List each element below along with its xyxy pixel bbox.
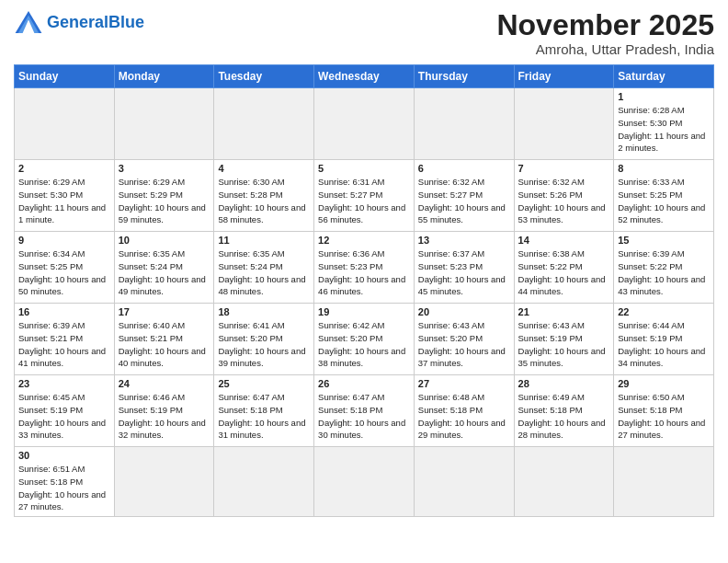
day-cell: 11Sunrise: 6:35 AM Sunset: 5:24 PM Dayli… [214, 232, 314, 304]
day-info: Sunrise: 6:28 AM Sunset: 5:30 PM Dayligh… [618, 104, 710, 155]
day-number: 12 [318, 235, 410, 246]
day-info: Sunrise: 6:39 AM Sunset: 5:22 PM Dayligh… [618, 247, 710, 298]
day-info: Sunrise: 6:48 AM Sunset: 5:18 PM Dayligh… [418, 391, 510, 442]
day-cell: 12Sunrise: 6:36 AM Sunset: 5:23 PM Dayli… [314, 232, 415, 304]
header-cell-tuesday: Tuesday [214, 65, 314, 88]
day-number: 10 [119, 235, 210, 246]
day-info: Sunrise: 6:45 AM Sunset: 5:19 PM Dayligh… [18, 391, 110, 442]
day-cell [114, 447, 214, 517]
week-row-6: 30Sunrise: 6:51 AM Sunset: 5:18 PM Dayli… [15, 447, 714, 517]
day-info: Sunrise: 6:42 AM Sunset: 5:20 PM Dayligh… [318, 319, 410, 370]
week-row-3: 9Sunrise: 6:34 AM Sunset: 5:25 PM Daylig… [15, 232, 714, 304]
day-number: 24 [119, 378, 210, 389]
day-cell: 13Sunrise: 6:37 AM Sunset: 5:23 PM Dayli… [414, 232, 514, 304]
day-info: Sunrise: 6:47 AM Sunset: 5:18 PM Dayligh… [218, 391, 310, 442]
week-row-5: 23Sunrise: 6:45 AM Sunset: 5:19 PM Dayli… [15, 375, 714, 447]
day-cell: 10Sunrise: 6:35 AM Sunset: 5:24 PM Dayli… [114, 232, 214, 304]
day-cell: 25Sunrise: 6:47 AM Sunset: 5:18 PM Dayli… [214, 375, 314, 447]
day-cell: 9Sunrise: 6:34 AM Sunset: 5:25 PM Daylig… [15, 232, 115, 304]
day-cell [514, 88, 614, 160]
day-cell: 2Sunrise: 6:29 AM Sunset: 5:30 PM Daylig… [15, 160, 115, 232]
day-number: 29 [618, 378, 710, 389]
day-cell: 30Sunrise: 6:51 AM Sunset: 5:18 PM Dayli… [15, 447, 115, 517]
day-number: 17 [119, 306, 210, 317]
week-row-4: 16Sunrise: 6:39 AM Sunset: 5:21 PM Dayli… [15, 304, 714, 375]
day-info: Sunrise: 6:32 AM Sunset: 5:26 PM Dayligh… [518, 176, 610, 226]
day-cell: 5Sunrise: 6:31 AM Sunset: 5:27 PM Daylig… [314, 160, 415, 232]
day-cell: 27Sunrise: 6:48 AM Sunset: 5:18 PM Dayli… [414, 375, 514, 447]
day-info: Sunrise: 6:47 AM Sunset: 5:18 PM Dayligh… [318, 391, 410, 442]
day-cell [614, 447, 714, 517]
day-number: 9 [18, 235, 110, 246]
calendar-table: SundayMondayTuesdayWednesdayThursdayFrid… [14, 64, 714, 517]
header-cell-friday: Friday [514, 65, 614, 88]
title-area: November 2025 Amroha, Uttar Pradesh, Ind… [496, 9, 714, 57]
day-info: Sunrise: 6:51 AM Sunset: 5:18 PM Dayligh… [18, 463, 110, 513]
subtitle: Amroha, Uttar Pradesh, India [496, 41, 714, 57]
day-cell [114, 88, 214, 160]
day-info: Sunrise: 6:38 AM Sunset: 5:22 PM Dayligh… [518, 247, 610, 298]
day-cell: 8Sunrise: 6:33 AM Sunset: 5:25 PM Daylig… [614, 160, 714, 232]
day-cell: 19Sunrise: 6:42 AM Sunset: 5:20 PM Dayli… [314, 304, 415, 375]
day-info: Sunrise: 6:40 AM Sunset: 5:21 PM Dayligh… [119, 319, 210, 370]
day-number: 2 [18, 163, 110, 174]
day-cell: 21Sunrise: 6:43 AM Sunset: 5:19 PM Dayli… [514, 304, 614, 375]
day-info: Sunrise: 6:33 AM Sunset: 5:25 PM Dayligh… [618, 176, 710, 226]
day-info: Sunrise: 6:43 AM Sunset: 5:19 PM Dayligh… [518, 319, 610, 370]
day-cell: 17Sunrise: 6:40 AM Sunset: 5:21 PM Dayli… [114, 304, 214, 375]
day-cell: 3Sunrise: 6:29 AM Sunset: 5:29 PM Daylig… [114, 160, 214, 232]
week-row-2: 2Sunrise: 6:29 AM Sunset: 5:30 PM Daylig… [15, 160, 714, 232]
day-number: 23 [18, 378, 110, 389]
day-cell: 18Sunrise: 6:41 AM Sunset: 5:20 PM Dayli… [214, 304, 314, 375]
day-cell [214, 447, 314, 517]
day-info: Sunrise: 6:43 AM Sunset: 5:20 PM Dayligh… [418, 319, 510, 370]
day-number: 30 [18, 450, 110, 461]
day-info: Sunrise: 6:35 AM Sunset: 5:24 PM Dayligh… [119, 247, 210, 298]
day-number: 15 [618, 235, 710, 246]
day-number: 5 [318, 163, 410, 174]
day-cell: 29Sunrise: 6:50 AM Sunset: 5:18 PM Dayli… [614, 375, 714, 447]
day-number: 28 [518, 378, 610, 389]
day-cell [314, 447, 415, 517]
header-cell-thursday: Thursday [414, 65, 514, 88]
day-number: 22 [618, 306, 710, 317]
day-cell: 7Sunrise: 6:32 AM Sunset: 5:26 PM Daylig… [514, 160, 614, 232]
day-cell [414, 88, 514, 160]
day-cell: 14Sunrise: 6:38 AM Sunset: 5:22 PM Dayli… [514, 232, 614, 304]
day-cell: 15Sunrise: 6:39 AM Sunset: 5:22 PM Dayli… [614, 232, 714, 304]
day-info: Sunrise: 6:35 AM Sunset: 5:24 PM Dayligh… [218, 247, 310, 298]
day-number: 11 [218, 235, 310, 246]
day-number: 21 [518, 306, 610, 317]
day-info: Sunrise: 6:39 AM Sunset: 5:21 PM Dayligh… [18, 319, 110, 370]
day-number: 27 [418, 378, 510, 389]
day-info: Sunrise: 6:30 AM Sunset: 5:28 PM Dayligh… [218, 176, 310, 226]
day-info: Sunrise: 6:41 AM Sunset: 5:20 PM Dayligh… [218, 319, 310, 370]
day-info: Sunrise: 6:29 AM Sunset: 5:30 PM Dayligh… [18, 176, 110, 226]
day-number: 25 [218, 378, 310, 389]
day-number: 6 [418, 163, 510, 174]
day-number: 14 [518, 235, 610, 246]
day-cell [514, 447, 614, 517]
day-number: 4 [218, 163, 310, 174]
logo-icon [14, 9, 43, 35]
day-number: 8 [618, 163, 710, 174]
header-cell-monday: Monday [114, 65, 214, 88]
day-info: Sunrise: 6:46 AM Sunset: 5:19 PM Dayligh… [119, 391, 210, 442]
day-number: 1 [618, 91, 710, 102]
day-cell [414, 447, 514, 517]
header: GeneralBlue November 2025 Amroha, Uttar … [14, 9, 714, 57]
month-title: November 2025 [496, 9, 714, 41]
day-cell: 22Sunrise: 6:44 AM Sunset: 5:19 PM Dayli… [614, 304, 714, 375]
day-info: Sunrise: 6:31 AM Sunset: 5:27 PM Dayligh… [318, 176, 410, 226]
day-number: 7 [518, 163, 610, 174]
header-cell-saturday: Saturday [614, 65, 714, 88]
day-cell: 20Sunrise: 6:43 AM Sunset: 5:20 PM Dayli… [414, 304, 514, 375]
week-row-1: 1Sunrise: 6:28 AM Sunset: 5:30 PM Daylig… [15, 88, 714, 160]
header-row: SundayMondayTuesdayWednesdayThursdayFrid… [15, 65, 714, 88]
day-cell: 4Sunrise: 6:30 AM Sunset: 5:28 PM Daylig… [214, 160, 314, 232]
day-info: Sunrise: 6:50 AM Sunset: 5:18 PM Dayligh… [618, 391, 710, 442]
day-cell: 16Sunrise: 6:39 AM Sunset: 5:21 PM Dayli… [15, 304, 115, 375]
day-number: 16 [18, 306, 110, 317]
day-cell: 28Sunrise: 6:49 AM Sunset: 5:18 PM Dayli… [514, 375, 614, 447]
day-info: Sunrise: 6:36 AM Sunset: 5:23 PM Dayligh… [318, 247, 410, 298]
